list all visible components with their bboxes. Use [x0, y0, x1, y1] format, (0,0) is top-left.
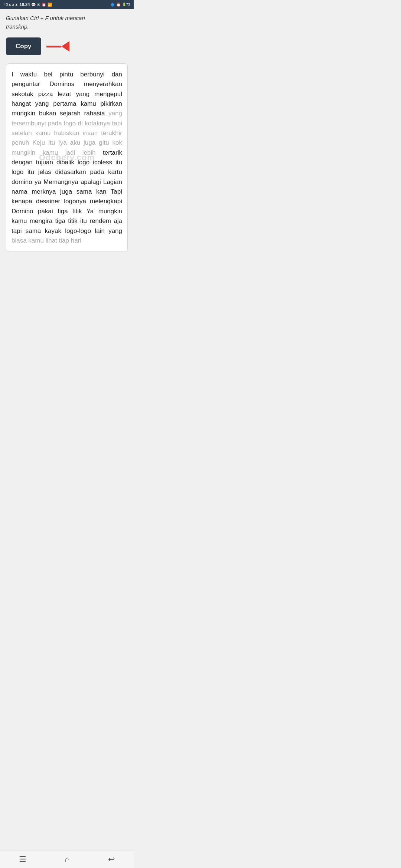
arrow-shape: [61, 41, 69, 52]
status-right: 🔷 ⏰ 🔋73: [110, 3, 130, 7]
arrow-indicator: [46, 41, 69, 52]
battery-icon: 🔋73: [122, 3, 130, 6]
email-icon: ✉: [37, 3, 40, 7]
status-left: 4G▲▲▲ 18.24 💬 ✉ ⏰ 📶: [4, 2, 52, 7]
time-display: 18.24: [20, 2, 30, 7]
transcript-text-cutoff2: biasa kamu lihat tiap hari: [12, 237, 81, 244]
instruction-text: Gunakan Ctrl + F untuk mencari transkrip…: [6, 14, 128, 31]
copy-button-row: Copy: [6, 37, 128, 55]
transcript-content: I waktu bel pintu berbunyi dan pengantar…: [12, 70, 122, 246]
arrow-line: [46, 46, 61, 47]
signal2-icon: 📶: [48, 3, 52, 7]
status-bar: 4G▲▲▲ 18.24 💬 ✉ ⏰ 📶 🔷 ⏰ 🔋73: [0, 0, 134, 9]
bluetooth-icon: 🔷: [110, 3, 115, 7]
main-content: Gunakan Ctrl + F untuk mencari transkrip…: [0, 9, 134, 269]
clock-icon: ⏰: [42, 3, 46, 7]
copy-button[interactable]: Copy: [6, 37, 41, 55]
alarm-icon: ⏰: [116, 3, 121, 7]
transcript-box: I waktu bel pintu berbunyi dan pengantar…: [6, 63, 128, 252]
transcript-text-dark3: tertarik dengan tujuan dibalik logo icol…: [12, 149, 122, 234]
messenger-icon: 💬: [31, 3, 36, 7]
signal-icon: 4G▲▲▲: [4, 3, 18, 6]
transcript-text-dark1: I waktu bel pintu berbunyi dan pengantar…: [12, 71, 122, 117]
